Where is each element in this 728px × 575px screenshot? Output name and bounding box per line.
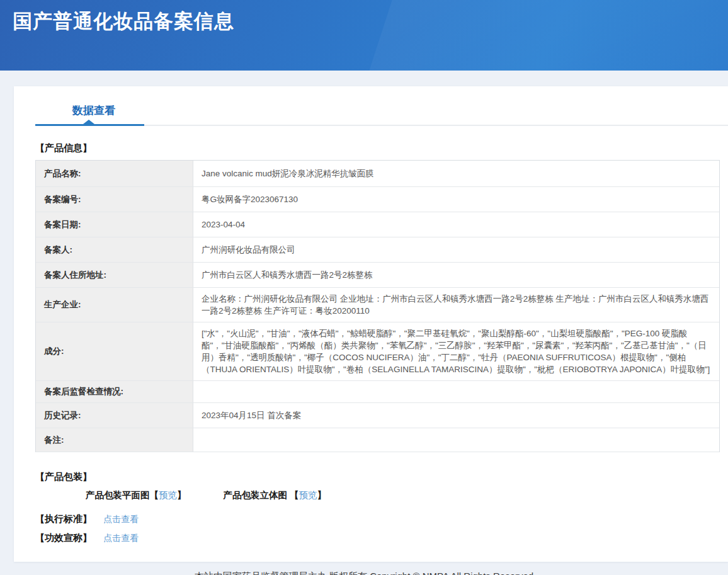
section-title-execution-standard: 【执行标准】 bbox=[35, 513, 92, 525]
table-row: 产品名称: Jane volcanic mud妍泥冷泉冰泥精华抗皱面膜 bbox=[36, 161, 719, 187]
row-label-registration-date: 备案日期: bbox=[36, 212, 193, 237]
packaging-stereo-item: 产品包装立体图 【预览】 bbox=[224, 489, 327, 501]
packaging-flat-item: 产品包装平面图【预览】 bbox=[86, 489, 186, 501]
packaging-flat-preview-link[interactable]: 预览 bbox=[159, 490, 177, 500]
table-row: 历史记录: 2023年04月15日 首次备案 bbox=[36, 403, 719, 428]
tab-bar: 数据查看 bbox=[35, 86, 720, 125]
bracket-open: 【 bbox=[290, 490, 299, 500]
row-label-registrant-address: 备案人住所地址: bbox=[36, 263, 193, 287]
content-card: 数据查看 【产品信息】 产品名称: Jane volcanic mud妍泥冷泉冰… bbox=[14, 86, 728, 562]
packaging-stereo-preview-link[interactable]: 预览 bbox=[299, 490, 317, 500]
execution-standard-view-link[interactable]: 点击查看 bbox=[103, 514, 139, 524]
section-title-packaging: 【产品包装】 bbox=[35, 471, 720, 483]
page-header: 国产普通化妆品备案信息 bbox=[0, 0, 728, 71]
section-title-efficacy-claim: 【功效宣称】 bbox=[35, 532, 92, 544]
section-title-product-info: 【产品信息】 bbox=[35, 142, 720, 154]
row-value-remarks bbox=[193, 428, 719, 452]
efficacy-claim-row: 【功效宣称】 点击查看 bbox=[35, 532, 720, 544]
efficacy-claim-view-link[interactable]: 点击查看 bbox=[103, 533, 139, 543]
row-label-ingredients: 成分: bbox=[36, 322, 193, 380]
row-value-registrant: 广州润研化妆品有限公司 bbox=[193, 237, 719, 262]
page-title: 国产普通化妆品备案信息 bbox=[0, 0, 728, 35]
row-label-history: 历史记录: bbox=[36, 403, 193, 428]
row-value-manufacturer: 企业名称：广州润研化妆品有限公司 企业地址：广州市白云区人和镇秀水塘西一路2号2… bbox=[193, 288, 719, 322]
bracket-close: 】 bbox=[317, 490, 327, 500]
execution-standard-row: 【执行标准】 点击查看 bbox=[35, 513, 720, 525]
row-value-registration-number: 粤G妆网备字2023067130 bbox=[193, 187, 719, 212]
row-value-registrant-address: 广州市白云区人和镇秀水塘西一路2号2栋整栋 bbox=[193, 263, 719, 287]
table-row: 备注: bbox=[36, 428, 719, 452]
tab-divider bbox=[35, 125, 728, 126]
packaging-stereo-label: 产品包装立体图 bbox=[224, 490, 288, 500]
table-row: 成分: ["水"，"火山泥"，"甘油"，"液体石蜡"，"鲸蜡硬脂醇"，"聚二甲基… bbox=[36, 322, 719, 381]
row-value-ingredients: ["水"，"火山泥"，"甘油"，"液体石蜡"，"鲸蜡硬脂醇"，"聚二甲基硅氧烷"… bbox=[193, 322, 719, 380]
bracket-close: 】 bbox=[177, 490, 186, 500]
row-label-registrant: 备案人: bbox=[36, 237, 193, 262]
page-footer: 本站由国家药品监督管理局主办 版权所有 Copyright © NMPA All… bbox=[0, 562, 728, 575]
tab-data-view[interactable]: 数据查看 bbox=[72, 103, 115, 118]
bracket-open: 【 bbox=[150, 490, 159, 500]
product-info-table: 产品名称: Jane volcanic mud妍泥冷泉冰泥精华抗皱面膜 备案编号… bbox=[35, 160, 720, 452]
table-row: 备案日期: 2023-04-04 bbox=[36, 212, 719, 237]
table-row: 备案人: 广州润研化妆品有限公司 bbox=[36, 237, 719, 263]
active-tab-indicator bbox=[35, 124, 144, 126]
row-label-registration-number: 备案编号: bbox=[36, 187, 193, 212]
packaging-flat-label: 产品包装平面图 bbox=[86, 490, 150, 500]
row-label-supervision-check: 备案后监督检查情况: bbox=[36, 381, 193, 402]
copyright-text: 本站由国家药品监督管理局主办 版权所有 Copyright © NMPA All… bbox=[195, 571, 533, 575]
table-row: 备案编号: 粤G妆网备字2023067130 bbox=[36, 187, 719, 212]
row-value-supervision-check bbox=[193, 381, 719, 402]
row-label-product-name: 产品名称: bbox=[36, 161, 193, 186]
row-value-history: 2023年04月15日 首次备案 bbox=[193, 403, 719, 428]
row-label-remarks: 备注: bbox=[36, 428, 193, 452]
packaging-links-row: 产品包装平面图【预览】 产品包装立体图 【预览】 bbox=[86, 489, 720, 501]
table-row: 备案人住所地址: 广州市白云区人和镇秀水塘西一路2号2栋整栋 bbox=[36, 263, 719, 288]
table-row: 备案后监督检查情况: bbox=[36, 381, 719, 403]
table-row: 生产企业: 企业名称：广州润研化妆品有限公司 企业地址：广州市白云区人和镇秀水塘… bbox=[36, 288, 719, 322]
row-label-manufacturer: 生产企业: bbox=[36, 288, 193, 322]
row-value-product-name: Jane volcanic mud妍泥冷泉冰泥精华抗皱面膜 bbox=[193, 161, 719, 186]
row-value-registration-date: 2023-04-04 bbox=[193, 212, 719, 237]
